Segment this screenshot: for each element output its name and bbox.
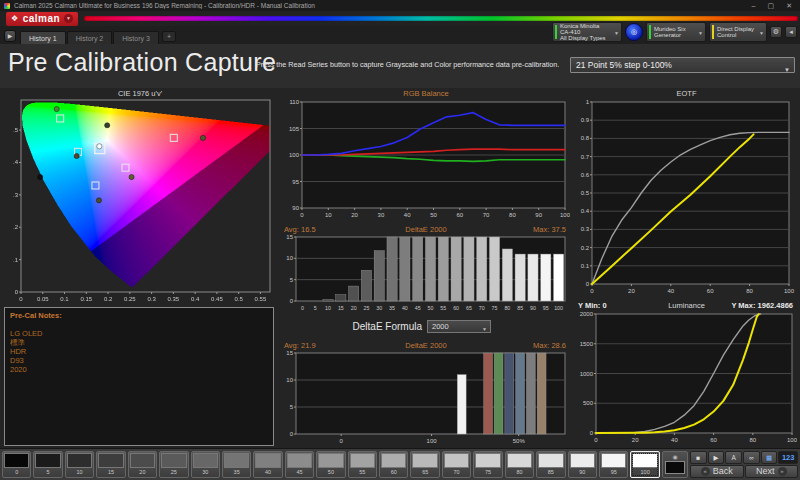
note-line: LG OLED [10,329,268,338]
svg-text:0: 0 [290,431,294,437]
gray-patch-button[interactable]: 70 [442,451,471,478]
point-count-select[interactable]: 21 Point 5% step 0-100% ▼ [570,57,795,73]
luminance-panel: Y Min: 0 Luminance Y Max: 1962.4866 0500… [576,300,797,446]
gray-patch-button[interactable]: 55 [348,451,377,478]
gray-patch-button[interactable]: 30 [191,451,220,478]
svg-text:0: 0 [594,437,598,443]
collapse-panel-button[interactable]: ◂ [785,26,797,38]
svg-text:0.4: 0.4 [191,296,200,302]
gray-patch-button[interactable]: 10 [65,451,94,478]
gray-patch-button[interactable]: 35 [222,451,251,478]
gray-patch-button[interactable]: 45 [285,451,314,478]
deltae-formula-label: DeltaE Formula [282,321,427,332]
calman-app: Calman 2025 Calman Ultimate for Business… [0,0,800,480]
svg-text:0.5: 0.5 [581,190,590,196]
cie-gamut-canvas [21,100,270,292]
patch-level-label: 30 [193,468,218,477]
svg-text:0: 0 [19,296,23,302]
svg-text:0: 0 [590,430,594,436]
maximize-icon[interactable]: ▢ [768,1,775,10]
gray-swatch [507,453,532,468]
gray-patch-button[interactable]: 15 [96,451,125,478]
patch-level-label: 65 [412,468,437,477]
logo-menu-caret-icon[interactable]: ▼ [64,14,73,23]
svg-text:0.25: 0.25 [124,296,136,302]
gray-patch-button[interactable]: 50 [316,451,345,478]
minimize-icon[interactable]: – [752,1,756,10]
calman-logo-button[interactable]: ❖ calman ▼ [6,12,78,26]
autocal-button[interactable]: A [725,451,742,464]
next-button[interactable]: Next » [745,465,799,478]
gray-patch-button[interactable]: 90 [568,451,597,478]
tab-history-3[interactable]: History 3 [113,31,159,44]
gray-patch-button[interactable]: 25 [159,451,188,478]
precal-notes-panel[interactable]: Pre-Cal Notes: LG OLED標準HDRD932020 [4,307,274,446]
svg-text:0.1: 0.1 [60,296,69,302]
gray-patch-button[interactable]: 95 [599,451,628,478]
color-deltae-chart: 051015010050% [282,351,570,450]
svg-text:1: 1 [586,99,590,105]
svg-text:15: 15 [286,351,293,356]
transport-controls: ■ ▶ A ∞ ▦ 123 « Back Next » [690,451,798,478]
svg-text:0: 0 [590,288,594,294]
gray-swatch [161,453,186,468]
gray-swatch [601,453,626,468]
continuous-read-button[interactable]: ∞ [743,451,760,464]
notes-body: LG OLED標準HDRD932020 [10,329,268,374]
svg-text:0.3: 0.3 [147,296,156,302]
svg-text:20: 20 [351,305,357,311]
svg-text:100: 100 [289,152,300,158]
history-panel-toggle[interactable]: ▶ [4,30,16,42]
gray-swatch [318,453,343,468]
tab-history-2[interactable]: History 2 [67,31,113,44]
svg-text:.5: .5 [13,127,19,133]
back-button[interactable]: « Back [690,465,744,478]
svg-text:30: 30 [378,212,385,218]
gray-patch-button[interactable]: 20 [128,451,157,478]
display-control-button[interactable]: Direct Display Control ▼ [709,22,767,42]
rgb-balance-panel: RGB Balance 9095100105110010203040506070… [282,88,570,221]
svg-text:0.05: 0.05 [37,296,49,302]
gray-patch-button[interactable]: 5 [33,451,62,478]
note-line: 標準 [10,338,268,347]
page-description: Press the Read Series button to capture … [256,60,568,69]
meter-status-button[interactable]: ◎ [625,23,643,41]
svg-text:40: 40 [404,212,411,218]
deltae-formula-row: DeltaE Formula 2000 ▼ [282,317,570,336]
pattern-toggle-button[interactable]: ▦ [761,451,778,464]
add-tab-button[interactable]: + [162,31,176,42]
luminance-ymax: Y Max: 1962.4866 [731,301,793,310]
pattern-window-button[interactable]: ◉ [662,451,688,478]
svg-text:0.35: 0.35 [168,296,180,302]
gray-patch-button[interactable]: 100 [630,451,659,478]
svg-text:0.7: 0.7 [581,154,590,160]
svg-text:0.5: 0.5 [234,296,243,302]
stop-button[interactable]: ■ [690,451,707,464]
gray-patch-button[interactable]: 60 [379,451,408,478]
svg-text:0.45: 0.45 [211,296,223,302]
patch-level-label: 70 [444,468,469,477]
note-line: 2020 [10,365,268,374]
svg-text:105: 105 [289,126,300,132]
source-button[interactable]: Murideo Six Generator ▼ [646,22,706,42]
gray-patch-button[interactable]: 75 [473,451,502,478]
gray-patch-button[interactable]: 80 [505,451,534,478]
gray-patch-button[interactable]: 65 [410,451,439,478]
read-series-button[interactable]: ▶ [708,451,725,464]
gray-patch-button[interactable]: 0 [2,451,31,478]
patch-level-label: 40 [255,468,280,477]
close-icon[interactable]: ✕ [786,1,792,10]
gray-swatch [570,453,595,468]
settings-button[interactable]: ⚙ [770,26,782,38]
color-deltae-max: Max: 28.6 [533,341,566,350]
tab-history-1[interactable]: History 1 [20,31,66,44]
meter-button[interactable]: Konica Minolta CA-410 All Display Types … [552,22,622,42]
svg-text:0.6: 0.6 [581,172,590,178]
deltae-formula-select[interactable]: 2000 ▼ [427,320,491,333]
cie-chart-panel: CIE 1976 u'v' 00.050.10.150.20.250.30.35… [6,88,274,304]
gray-patch-button[interactable]: 85 [536,451,565,478]
gray-patch-button[interactable]: 40 [253,451,282,478]
svg-text:0: 0 [586,281,590,287]
grayscale-deltae-panel: Avg: 16.5 DeltaE 2000 Max: 37.5 05101505… [282,224,570,314]
gray-swatch [35,453,60,468]
